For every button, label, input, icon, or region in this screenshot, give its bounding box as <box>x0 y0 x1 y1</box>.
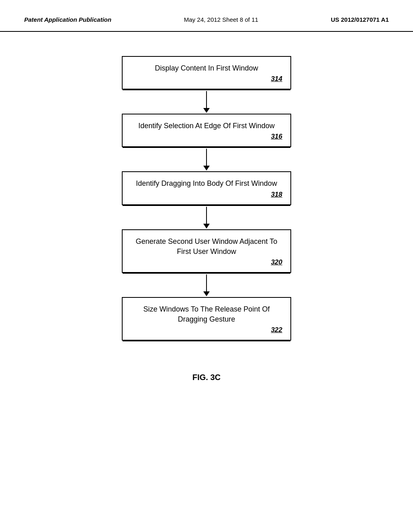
box-318-number: 318 <box>131 191 282 199</box>
box-320-text: Generate Second User Window Adjacent To … <box>131 237 282 257</box>
header-patent-number: US 2012/0127071 A1 <box>331 16 389 23</box>
flowchart-box-316: Identify Selection At Edge Of First Wind… <box>122 114 291 147</box>
page-header: Patent Application Publication May 24, 2… <box>0 0 413 32</box>
box-322-number: 322 <box>131 326 282 334</box>
arrow-4-head <box>203 291 210 296</box>
flowchart-box-322: Size Windows To The Release Point Of Dra… <box>122 297 291 341</box>
box-318-text: Identify Dragging Into Body Of First Win… <box>131 179 282 189</box>
header-publication-type: Patent Application Publication <box>24 16 111 23</box>
arrow-2 <box>203 147 210 171</box>
arrow-2-line <box>206 149 207 166</box>
box-316-number: 316 <box>131 133 282 141</box>
arrow-3-head <box>203 224 210 229</box>
box-320-number: 320 <box>131 258 282 266</box>
arrow-3-line <box>206 207 207 224</box>
arrow-1 <box>203 89 210 114</box>
arrow-4-line <box>206 274 207 291</box>
box-322-text: Size Windows To The Release Point Of Dra… <box>131 304 282 324</box>
flowchart-box-314: Display Content In First Window 314 <box>122 56 291 89</box>
main-content: Display Content In First Window 314 Iden… <box>0 32 413 398</box>
arrow-1-line <box>206 91 207 108</box>
arrow-4 <box>203 273 210 297</box>
arrow-1-head <box>203 108 210 113</box>
box-316-text: Identify Selection At Edge Of First Wind… <box>131 121 282 131</box>
arrow-2-head <box>203 166 210 170</box>
arrow-3 <box>203 205 210 229</box>
flowchart: Display Content In First Window 314 Iden… <box>122 56 291 341</box>
figure-label: FIG. 3C <box>192 373 221 382</box>
flowchart-box-318: Identify Dragging Into Body Of First Win… <box>122 171 291 205</box>
flowchart-box-320: Generate Second User Window Adjacent To … <box>122 229 291 273</box>
box-314-number: 314 <box>131 75 282 83</box>
box-314-text: Display Content In First Window <box>131 63 282 73</box>
header-date-sheet: May 24, 2012 Sheet 8 of 11 <box>184 16 258 23</box>
